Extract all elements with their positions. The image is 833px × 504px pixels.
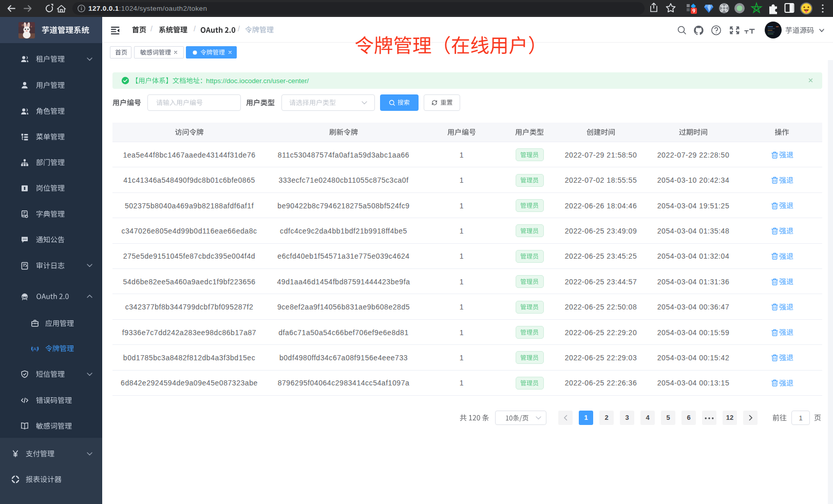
svg-text:(A): (A) bbox=[32, 346, 39, 352]
